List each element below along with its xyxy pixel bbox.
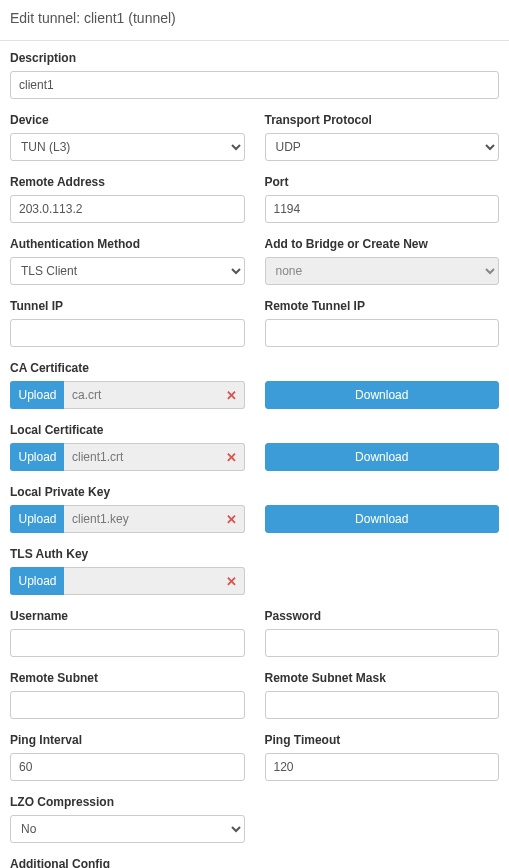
auth-method-label: Authentication Method bbox=[10, 237, 245, 251]
remote-mask-label: Remote Subnet Mask bbox=[265, 671, 500, 685]
local-key-label: Local Private Key bbox=[10, 485, 499, 499]
ping-timeout-label: Ping Timeout bbox=[265, 733, 500, 747]
description-input[interactable] bbox=[10, 71, 499, 99]
tls-auth-download-placeholder bbox=[265, 567, 500, 595]
local-cert-upload-group: Upload client1.crt ✕ bbox=[10, 443, 245, 471]
close-icon: ✕ bbox=[226, 450, 237, 465]
ping-interval-input[interactable] bbox=[10, 753, 245, 781]
local-cert-download-button[interactable]: Download bbox=[265, 443, 500, 471]
dialog-header: Edit tunnel: client1 (tunnel) bbox=[0, 0, 509, 41]
lzo-label: LZO Compression bbox=[10, 795, 245, 809]
ping-interval-label: Ping Interval bbox=[10, 733, 245, 747]
transport-select[interactable]: UDP bbox=[265, 133, 500, 161]
local-key-delete-button[interactable]: ✕ bbox=[219, 505, 245, 533]
ca-cert-upload-group: Upload ca.crt ✕ bbox=[10, 381, 245, 409]
tunnel-ip-input[interactable] bbox=[10, 319, 245, 347]
local-cert-delete-button[interactable]: ✕ bbox=[219, 443, 245, 471]
local-cert-label: Local Certificate bbox=[10, 423, 499, 437]
tunnel-ip-label: Tunnel IP bbox=[10, 299, 245, 313]
close-icon: ✕ bbox=[226, 388, 237, 403]
ca-cert-download-button[interactable]: Download bbox=[265, 381, 500, 409]
ping-timeout-input[interactable] bbox=[265, 753, 500, 781]
local-key-upload-group: Upload client1.key ✕ bbox=[10, 505, 245, 533]
device-label: Device bbox=[10, 113, 245, 127]
additional-config-label: Additional Config bbox=[10, 857, 499, 868]
local-cert-upload-button[interactable]: Upload bbox=[10, 443, 64, 471]
ca-cert-filename: ca.crt bbox=[64, 381, 219, 409]
local-key-download-button[interactable]: Download bbox=[265, 505, 500, 533]
port-input[interactable] bbox=[265, 195, 500, 223]
remote-mask-input[interactable] bbox=[265, 691, 500, 719]
tls-auth-label: TLS Auth Key bbox=[10, 547, 499, 561]
tls-auth-filename bbox=[64, 567, 219, 595]
username-input[interactable] bbox=[10, 629, 245, 657]
tls-auth-delete-button[interactable]: ✕ bbox=[219, 567, 245, 595]
form-body: Description Device TUN (L3) Transport Pr… bbox=[0, 41, 509, 868]
tls-auth-upload-group: Upload ✕ bbox=[10, 567, 245, 595]
remote-tunnel-ip-label: Remote Tunnel IP bbox=[265, 299, 500, 313]
remote-subnet-label: Remote Subnet bbox=[10, 671, 245, 685]
local-key-upload-button[interactable]: Upload bbox=[10, 505, 64, 533]
ca-cert-delete-button[interactable]: ✕ bbox=[219, 381, 245, 409]
close-icon: ✕ bbox=[226, 512, 237, 527]
description-label: Description bbox=[10, 51, 499, 65]
device-select[interactable]: TUN (L3) bbox=[10, 133, 245, 161]
transport-label: Transport Protocol bbox=[265, 113, 500, 127]
bridge-label: Add to Bridge or Create New bbox=[265, 237, 500, 251]
password-label: Password bbox=[265, 609, 500, 623]
dialog-title: Edit tunnel: client1 (tunnel) bbox=[10, 10, 176, 26]
username-label: Username bbox=[10, 609, 245, 623]
close-icon: ✕ bbox=[226, 574, 237, 589]
ca-cert-upload-button[interactable]: Upload bbox=[10, 381, 64, 409]
remote-address-label: Remote Address bbox=[10, 175, 245, 189]
tls-auth-upload-button[interactable]: Upload bbox=[10, 567, 64, 595]
local-key-filename: client1.key bbox=[64, 505, 219, 533]
auth-method-select[interactable]: TLS Client bbox=[10, 257, 245, 285]
ca-cert-label: CA Certificate bbox=[10, 361, 499, 375]
port-label: Port bbox=[265, 175, 500, 189]
local-cert-filename: client1.crt bbox=[64, 443, 219, 471]
remote-tunnel-ip-input[interactable] bbox=[265, 319, 500, 347]
remote-address-input[interactable] bbox=[10, 195, 245, 223]
remote-subnet-input[interactable] bbox=[10, 691, 245, 719]
lzo-select[interactable]: No bbox=[10, 815, 245, 843]
password-input[interactable] bbox=[265, 629, 500, 657]
bridge-select[interactable]: none bbox=[265, 257, 500, 285]
